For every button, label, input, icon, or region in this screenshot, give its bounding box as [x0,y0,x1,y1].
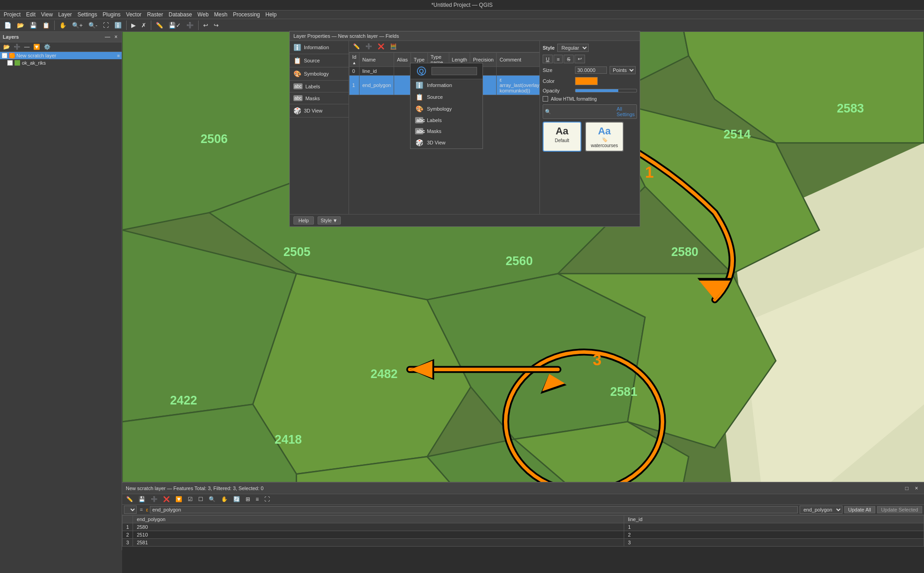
style-type-select[interactable]: Regular [557,44,589,52]
ctx-labels[interactable]: abc Labels [411,115,483,126]
menu-plugins[interactable]: Plugins [103,11,120,18]
attr-organize-btn[interactable]: ≡ [253,495,261,503]
ctx-information[interactable]: ℹ️ Information [411,79,483,91]
size-unit-select[interactable]: Points px [610,66,636,74]
layer-checkbox-ok[interactable]: ✓ [7,60,13,66]
menu-raster[interactable]: Raster [147,11,163,18]
all-settings-input[interactable] [553,109,615,114]
attr-deselect-btn[interactable]: ☐ [196,495,205,503]
attr-col-end-polygon[interactable]: end_polygon [133,516,624,523]
ctx-3dview[interactable]: 🎲 3D View [411,137,483,148]
html-format-checkbox[interactable] [543,96,548,102]
properties-layer-btn[interactable]: ⚙️ [42,43,52,51]
style-thumb-default[interactable]: Aa Default [543,122,581,152]
expr-field-select[interactable]: end_polygon [800,506,842,514]
add-field-btn[interactable]: ➕ [363,42,375,51]
color-swatch[interactable] [575,77,598,85]
col-alias[interactable]: Alias [394,53,411,67]
ctx-source[interactable]: 📋 Source [411,91,483,103]
menu-mesh[interactable]: Mesh [214,11,227,18]
tab-symbology[interactable]: 🎨 Symbology [290,67,349,81]
attr-close-btn[interactable]: × [913,484,920,492]
underline-btn[interactable]: U [543,55,553,63]
size-input[interactable] [575,67,607,74]
attr-delete-btn[interactable]: ❌ [161,495,172,503]
attr-minimize-btn[interactable]: □ [903,484,911,492]
align-btn[interactable]: ≡ [554,55,563,63]
open-layer-btn[interactable]: 📂 [2,43,11,51]
edit-toggle-btn[interactable]: ✏️ [154,20,165,30]
identify-btn[interactable]: ℹ️ [112,20,124,30]
select-btn[interactable]: ▶ [129,20,138,30]
attr-edit-btn[interactable]: ✏️ [124,495,135,503]
attr-row-1[interactable]: 1 2580 1 [123,523,924,531]
attr-filter-btn[interactable]: 🔽 [173,495,185,503]
attr-save-btn[interactable]: 💾 [136,495,148,503]
attr-row-2[interactable]: 2 2510 2 [123,531,924,539]
attr-zoom-btn[interactable]: 🔍 [206,495,218,503]
attr-col-line-id[interactable]: line_id [624,516,924,523]
reset-btn[interactable]: ↩ [575,55,585,63]
filter-expression-input[interactable] [150,506,797,513]
open-project-btn[interactable]: 📂 [15,20,26,30]
col-name[interactable]: Name [359,53,394,67]
menu-processing[interactable]: Processing [233,11,260,18]
menu-vector[interactable]: Vector [126,11,142,18]
update-all-btn[interactable]: Update All [844,506,875,513]
delete-field-btn[interactable]: ❌ [375,42,387,51]
attr-add-btn[interactable]: ➕ [149,495,160,503]
tab-3dview[interactable]: 🎲 3D View [290,104,349,118]
style-dropdown-btn[interactable]: Style ▼ [318,216,341,225]
add-feature-btn[interactable]: ➕ [184,20,196,30]
layer-checkbox-scratch[interactable]: ✓ [2,53,7,58]
save-project-btn[interactable]: 💾 [27,20,39,30]
undo-btn[interactable]: ↩ [201,20,210,30]
attr-columns-btn[interactable]: ⊞ [243,495,252,503]
opacity-slider[interactable] [575,89,637,92]
layer-item-scratch[interactable]: ✓ 🟠 New scratch layer ≡ [0,52,122,59]
layer-item-ok[interactable]: ✓ ok_ak_riks [0,59,122,67]
menu-database[interactable]: Database [169,11,192,18]
filter-operator-select[interactable]: = [124,506,137,514]
zoom-out-btn[interactable]: 🔍- [86,20,100,30]
update-selected-btn[interactable]: Update Selected [877,506,922,513]
close-layers-btn[interactable]: × [113,33,119,41]
menu-web[interactable]: Web [197,11,208,18]
tab-labels[interactable]: abc Labels [290,81,349,92]
style-thumb-watercourses[interactable]: Aa 🏷️ watercourses [585,122,624,152]
add-layer-btn[interactable]: ➕ [12,43,22,51]
menu-help[interactable]: Help [266,11,277,18]
attr-refresh-btn[interactable]: 🔄 [231,495,242,503]
filter-layer-btn[interactable]: 🔽 [32,43,41,51]
menu-project[interactable]: Project [4,11,21,18]
col-id[interactable]: Id [349,53,359,67]
deselect-btn[interactable]: ✗ [139,20,149,30]
col-comment[interactable]: Comment [497,53,539,67]
calc-field-btn[interactable]: 🧮 [388,42,399,51]
minimize-layers-btn[interactable]: — [103,33,112,41]
save-as-btn[interactable]: 📋 [40,20,52,30]
save-edits-btn[interactable]: 💾✓ [166,20,183,30]
menu-layer[interactable]: Layer [58,11,72,18]
redo-btn[interactable]: ↪ [211,20,221,30]
ctx-masks[interactable]: abc Masks [411,126,483,137]
ctx-symbology[interactable]: 🎨 Symbology [411,103,483,115]
tab-information[interactable]: ℹ️ Information [290,41,349,54]
menu-settings[interactable]: Settings [77,11,97,18]
menu-view[interactable]: View [41,11,53,18]
menu-edit[interactable]: Edit [26,11,36,18]
tab-source[interactable]: 📋 Source [290,54,349,67]
attr-pan-btn[interactable]: ✋ [219,495,230,503]
tab-masks[interactable]: abc Masks [290,92,349,104]
zoom-full-btn[interactable]: ⛶ [101,20,111,30]
strikethrough-btn[interactable]: S [564,55,573,63]
attr-expand-btn[interactable]: ⛶ [262,495,272,503]
attr-row-3[interactable]: 3 2581 3 [123,539,924,547]
zoom-in-btn[interactable]: 🔍+ [70,20,85,30]
new-project-btn[interactable]: 📄 [2,20,14,30]
pan-btn[interactable]: ✋ [57,20,69,30]
context-search-input[interactable] [431,67,477,75]
remove-layer-btn[interactable]: — [23,43,31,51]
attr-select-all-btn[interactable]: ☑ [185,495,195,503]
toggle-edit-btn[interactable]: ✏️ [351,42,362,51]
